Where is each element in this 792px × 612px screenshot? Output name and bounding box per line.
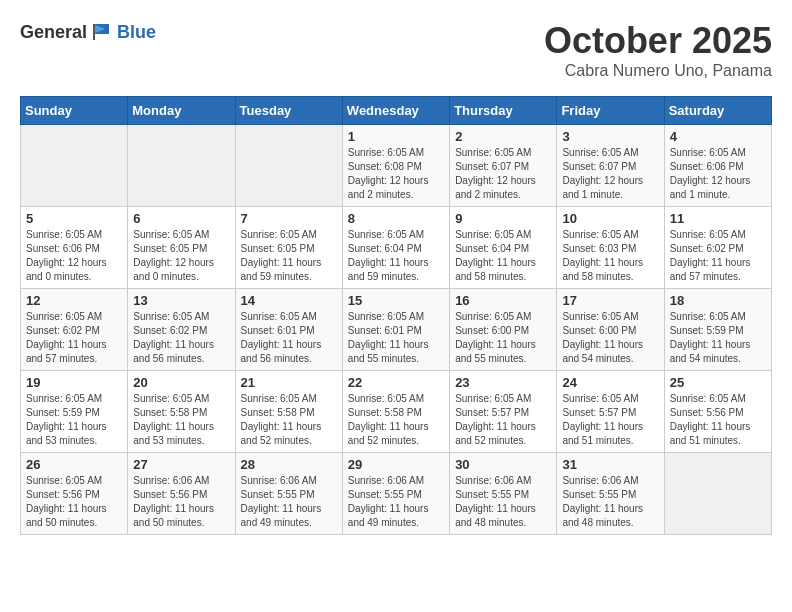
day-info: Sunrise: 6:05 AM Sunset: 6:00 PM Dayligh… xyxy=(562,310,658,366)
calendar-cell: 24Sunrise: 6:05 AM Sunset: 5:57 PM Dayli… xyxy=(557,371,664,453)
svg-rect-2 xyxy=(93,24,95,40)
calendar-cell: 22Sunrise: 6:05 AM Sunset: 5:58 PM Dayli… xyxy=(342,371,449,453)
calendar-cell: 25Sunrise: 6:05 AM Sunset: 5:56 PM Dayli… xyxy=(664,371,771,453)
day-info: Sunrise: 6:05 AM Sunset: 6:02 PM Dayligh… xyxy=(26,310,122,366)
day-info: Sunrise: 6:05 AM Sunset: 5:58 PM Dayligh… xyxy=(348,392,444,448)
calendar-cell: 3Sunrise: 6:05 AM Sunset: 6:07 PM Daylig… xyxy=(557,125,664,207)
day-info: Sunrise: 6:05 AM Sunset: 5:59 PM Dayligh… xyxy=(670,310,766,366)
day-number: 17 xyxy=(562,293,658,308)
day-info: Sunrise: 6:05 AM Sunset: 5:59 PM Dayligh… xyxy=(26,392,122,448)
day-number: 12 xyxy=(26,293,122,308)
weekday-header-saturday: Saturday xyxy=(664,97,771,125)
day-number: 2 xyxy=(455,129,551,144)
day-info: Sunrise: 6:06 AM Sunset: 5:55 PM Dayligh… xyxy=(562,474,658,530)
calendar-cell xyxy=(21,125,128,207)
calendar-cell: 29Sunrise: 6:06 AM Sunset: 5:55 PM Dayli… xyxy=(342,453,449,535)
day-info: Sunrise: 6:05 AM Sunset: 6:01 PM Dayligh… xyxy=(348,310,444,366)
calendar-cell xyxy=(128,125,235,207)
calendar-cell: 8Sunrise: 6:05 AM Sunset: 6:04 PM Daylig… xyxy=(342,207,449,289)
day-number: 16 xyxy=(455,293,551,308)
calendar-cell: 21Sunrise: 6:05 AM Sunset: 5:58 PM Dayli… xyxy=(235,371,342,453)
day-number: 21 xyxy=(241,375,337,390)
day-number: 10 xyxy=(562,211,658,226)
day-number: 4 xyxy=(670,129,766,144)
day-info: Sunrise: 6:06 AM Sunset: 5:55 PM Dayligh… xyxy=(348,474,444,530)
day-info: Sunrise: 6:05 AM Sunset: 6:04 PM Dayligh… xyxy=(455,228,551,284)
calendar-table: SundayMondayTuesdayWednesdayThursdayFrid… xyxy=(20,96,772,535)
day-number: 3 xyxy=(562,129,658,144)
day-info: Sunrise: 6:05 AM Sunset: 5:57 PM Dayligh… xyxy=(455,392,551,448)
weekday-header-friday: Friday xyxy=(557,97,664,125)
day-info: Sunrise: 6:05 AM Sunset: 5:58 PM Dayligh… xyxy=(241,392,337,448)
weekday-header-tuesday: Tuesday xyxy=(235,97,342,125)
day-number: 29 xyxy=(348,457,444,472)
day-number: 13 xyxy=(133,293,229,308)
title-block: October 2025 Cabra Numero Uno, Panama xyxy=(544,20,772,80)
calendar-cell xyxy=(664,453,771,535)
day-info: Sunrise: 6:05 AM Sunset: 6:04 PM Dayligh… xyxy=(348,228,444,284)
day-info: Sunrise: 6:05 AM Sunset: 6:05 PM Dayligh… xyxy=(241,228,337,284)
calendar-cell: 31Sunrise: 6:06 AM Sunset: 5:55 PM Dayli… xyxy=(557,453,664,535)
day-info: Sunrise: 6:05 AM Sunset: 6:03 PM Dayligh… xyxy=(562,228,658,284)
calendar-cell: 13Sunrise: 6:05 AM Sunset: 6:02 PM Dayli… xyxy=(128,289,235,371)
month-title: October 2025 xyxy=(544,20,772,62)
day-number: 30 xyxy=(455,457,551,472)
day-number: 22 xyxy=(348,375,444,390)
day-number: 25 xyxy=(670,375,766,390)
day-number: 31 xyxy=(562,457,658,472)
calendar-cell: 27Sunrise: 6:06 AM Sunset: 5:56 PM Dayli… xyxy=(128,453,235,535)
day-info: Sunrise: 6:05 AM Sunset: 6:07 PM Dayligh… xyxy=(455,146,551,202)
calendar-cell: 15Sunrise: 6:05 AM Sunset: 6:01 PM Dayli… xyxy=(342,289,449,371)
logo: General Blue xyxy=(20,20,156,44)
day-number: 27 xyxy=(133,457,229,472)
day-info: Sunrise: 6:05 AM Sunset: 6:08 PM Dayligh… xyxy=(348,146,444,202)
calendar-cell: 12Sunrise: 6:05 AM Sunset: 6:02 PM Dayli… xyxy=(21,289,128,371)
calendar-cell: 9Sunrise: 6:05 AM Sunset: 6:04 PM Daylig… xyxy=(450,207,557,289)
day-number: 24 xyxy=(562,375,658,390)
day-number: 28 xyxy=(241,457,337,472)
calendar-cell: 5Sunrise: 6:05 AM Sunset: 6:06 PM Daylig… xyxy=(21,207,128,289)
calendar-cell: 20Sunrise: 6:05 AM Sunset: 5:58 PM Dayli… xyxy=(128,371,235,453)
day-info: Sunrise: 6:05 AM Sunset: 5:57 PM Dayligh… xyxy=(562,392,658,448)
day-number: 8 xyxy=(348,211,444,226)
day-info: Sunrise: 6:05 AM Sunset: 6:07 PM Dayligh… xyxy=(562,146,658,202)
day-number: 26 xyxy=(26,457,122,472)
calendar-cell: 2Sunrise: 6:05 AM Sunset: 6:07 PM Daylig… xyxy=(450,125,557,207)
weekday-header-monday: Monday xyxy=(128,97,235,125)
day-number: 11 xyxy=(670,211,766,226)
day-number: 19 xyxy=(26,375,122,390)
weekday-header-row: SundayMondayTuesdayWednesdayThursdayFrid… xyxy=(21,97,772,125)
location-title: Cabra Numero Uno, Panama xyxy=(544,62,772,80)
calendar-cell: 11Sunrise: 6:05 AM Sunset: 6:02 PM Dayli… xyxy=(664,207,771,289)
day-number: 20 xyxy=(133,375,229,390)
day-number: 1 xyxy=(348,129,444,144)
calendar-cell: 18Sunrise: 6:05 AM Sunset: 5:59 PM Dayli… xyxy=(664,289,771,371)
calendar-week-row: 12Sunrise: 6:05 AM Sunset: 6:02 PM Dayli… xyxy=(21,289,772,371)
day-info: Sunrise: 6:05 AM Sunset: 6:06 PM Dayligh… xyxy=(670,146,766,202)
calendar-cell: 16Sunrise: 6:05 AM Sunset: 6:00 PM Dayli… xyxy=(450,289,557,371)
calendar-week-row: 19Sunrise: 6:05 AM Sunset: 5:59 PM Dayli… xyxy=(21,371,772,453)
day-info: Sunrise: 6:06 AM Sunset: 5:55 PM Dayligh… xyxy=(455,474,551,530)
calendar-cell: 28Sunrise: 6:06 AM Sunset: 5:55 PM Dayli… xyxy=(235,453,342,535)
day-info: Sunrise: 6:06 AM Sunset: 5:55 PM Dayligh… xyxy=(241,474,337,530)
day-number: 5 xyxy=(26,211,122,226)
calendar-cell: 14Sunrise: 6:05 AM Sunset: 6:01 PM Dayli… xyxy=(235,289,342,371)
day-info: Sunrise: 6:05 AM Sunset: 6:06 PM Dayligh… xyxy=(26,228,122,284)
day-number: 14 xyxy=(241,293,337,308)
calendar-cell: 17Sunrise: 6:05 AM Sunset: 6:00 PM Dayli… xyxy=(557,289,664,371)
calendar-cell: 10Sunrise: 6:05 AM Sunset: 6:03 PM Dayli… xyxy=(557,207,664,289)
calendar-cell: 19Sunrise: 6:05 AM Sunset: 5:59 PM Dayli… xyxy=(21,371,128,453)
day-number: 9 xyxy=(455,211,551,226)
calendar-cell: 30Sunrise: 6:06 AM Sunset: 5:55 PM Dayli… xyxy=(450,453,557,535)
day-info: Sunrise: 6:05 AM Sunset: 6:02 PM Dayligh… xyxy=(670,228,766,284)
day-info: Sunrise: 6:05 AM Sunset: 5:58 PM Dayligh… xyxy=(133,392,229,448)
day-info: Sunrise: 6:05 AM Sunset: 5:56 PM Dayligh… xyxy=(670,392,766,448)
weekday-header-sunday: Sunday xyxy=(21,97,128,125)
calendar-week-row: 26Sunrise: 6:05 AM Sunset: 5:56 PM Dayli… xyxy=(21,453,772,535)
calendar-cell: 6Sunrise: 6:05 AM Sunset: 6:05 PM Daylig… xyxy=(128,207,235,289)
day-info: Sunrise: 6:05 AM Sunset: 6:05 PM Dayligh… xyxy=(133,228,229,284)
day-number: 6 xyxy=(133,211,229,226)
logo-blue: Blue xyxy=(117,22,156,43)
calendar-week-row: 1Sunrise: 6:05 AM Sunset: 6:08 PM Daylig… xyxy=(21,125,772,207)
page-header: General Blue October 2025 Cabra Numero U… xyxy=(20,20,772,80)
